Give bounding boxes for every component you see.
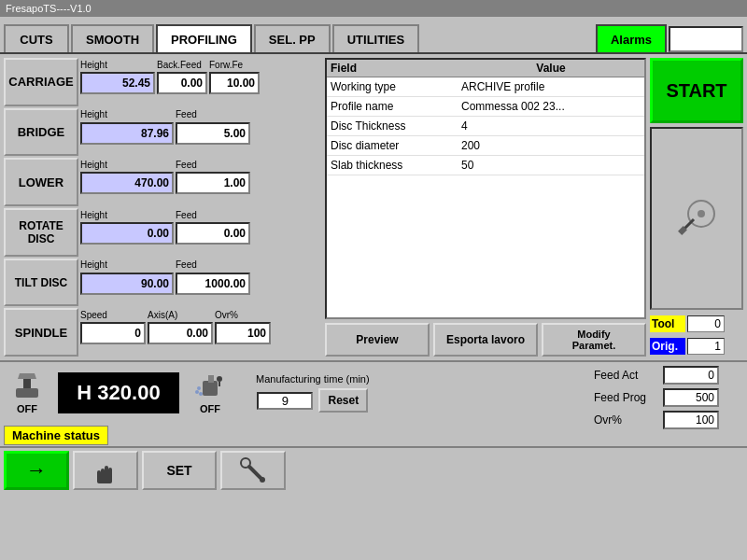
rotate-disc-feed-label: Feed xyxy=(176,210,250,220)
tool-value-input[interactable] xyxy=(687,315,725,332)
ovr-label: Ovr% xyxy=(594,413,659,427)
svg-point-13 xyxy=(199,392,203,396)
info-col-value-header: Value xyxy=(461,62,641,75)
spindle-speed-input[interactable] xyxy=(80,322,146,344)
rotate-disc-row: ROTATE DISC Height Feed xyxy=(4,208,321,257)
carriage-forwfe-input[interactable] xyxy=(209,72,260,94)
info-field-slab-thickness: Slab thickness xyxy=(331,159,461,172)
tab-bar: CUTS SMOOTH PROFILING SEL. PP UTILITIES … xyxy=(0,17,747,52)
carriage-fields: Height Back.Feed Forw.Fe xyxy=(80,58,321,106)
tab-sel-pp[interactable]: SEL. PP xyxy=(254,24,331,52)
feed-act-input[interactable] xyxy=(663,366,719,385)
bridge-inputs xyxy=(80,122,321,145)
tab-smooth[interactable]: SMOOTH xyxy=(71,24,154,52)
hand-icon xyxy=(91,455,120,485)
bridge-fields: Height Feed xyxy=(80,108,321,157)
carriage-field-labels: Height Back.Feed Forw.Fe xyxy=(80,58,321,71)
rotate-disc-height-label: Height xyxy=(80,210,174,220)
svg-point-11 xyxy=(197,386,201,390)
info-row-working-type: Working type ARCHIVE profile xyxy=(327,77,644,97)
spindle-ovr-input[interactable] xyxy=(215,322,271,344)
arrow-icon: → xyxy=(26,458,47,483)
svg-point-21 xyxy=(260,477,265,483)
tilt-disc-height-input[interactable] xyxy=(80,273,174,295)
carriage-height-input[interactable] xyxy=(80,72,155,94)
tool-icon xyxy=(673,195,720,242)
info-row-slab-thickness: Slab thickness 50 xyxy=(327,156,644,175)
tab-profiling[interactable]: PROFILING xyxy=(156,24,252,52)
alarm-input[interactable] xyxy=(669,26,743,52)
spindle-axisa-label: Axis(A) xyxy=(148,310,213,320)
reset-button[interactable]: Reset xyxy=(318,388,368,413)
info-value-disc-diameter: 200 xyxy=(461,139,641,152)
orig-value-input[interactable] xyxy=(687,338,725,355)
info-field-working-type: Working type xyxy=(331,80,461,93)
tilt-disc-field-labels: Height Feed xyxy=(80,259,321,272)
lower-height-input[interactable] xyxy=(80,172,174,194)
feed-act-row: Feed Act xyxy=(594,366,743,385)
ovr-input[interactable] xyxy=(663,411,719,429)
spray-off-label: OFF xyxy=(200,403,220,414)
info-buttons: Preview Esporta lavoro Modify Paramet. xyxy=(325,323,646,357)
h-display: H 320.00 xyxy=(58,372,179,413)
carriage-label: CARRIAGE xyxy=(4,58,78,106)
bridge-height-label: Height xyxy=(80,109,174,119)
axis-panel: CARRIAGE Height Back.Feed Forw.Fe BRIDGE xyxy=(4,58,321,357)
preview-button[interactable]: Preview xyxy=(325,323,430,357)
tab-utilities[interactable]: UTILITIES xyxy=(332,24,419,52)
info-value-profile-name: Commessa 002 23... xyxy=(461,100,641,113)
tilt-disc-feed-input[interactable] xyxy=(176,273,250,295)
info-row-disc-diameter: Disc diameter 200 xyxy=(327,136,644,156)
tilt-disc-row: TILT DISC Height Feed xyxy=(4,259,321,307)
tab-cuts[interactable]: CUTS xyxy=(4,24,69,52)
rotate-disc-feed-input[interactable] xyxy=(176,222,250,245)
info-table-header: Field Value xyxy=(327,60,644,77)
spindle-row: SPINDLE Speed Axis(A) Ovr% xyxy=(4,308,321,357)
info-table: Field Value Working type ARCHIVE profile… xyxy=(325,58,646,319)
carriage-backfeed-input[interactable] xyxy=(157,72,207,94)
spindle-axisa-input[interactable] xyxy=(148,322,213,344)
bridge-feed-input[interactable] xyxy=(176,122,250,145)
rotate-disc-inputs xyxy=(80,222,321,245)
info-value-slab-thickness: 50 xyxy=(461,159,641,172)
app-title: FresapoTS----V1.0 xyxy=(6,3,92,14)
hand-button[interactable] xyxy=(73,451,138,490)
tool-off-icon: OFF xyxy=(4,368,50,419)
tilt-disc-feed-label: Feed xyxy=(176,259,250,270)
start-button[interactable]: START xyxy=(650,58,743,123)
status-left: OFF H 320.00 OFF xyxy=(4,366,233,420)
set-button[interactable]: SET xyxy=(142,451,217,490)
feed-prog-row: Feed Prog xyxy=(594,388,743,407)
carriage-backfeed-label: Back.Feed xyxy=(157,60,207,70)
lower-field-labels: Height Feed xyxy=(80,158,321,171)
carriage-row: CARRIAGE Height Back.Feed Forw.Fe xyxy=(4,58,321,106)
bridge-height-input[interactable] xyxy=(80,122,174,145)
tab-alarms[interactable]: Alarms xyxy=(596,24,667,52)
tilt-disc-label: TILT DISC xyxy=(4,259,78,307)
carriage-height-label: Height xyxy=(80,60,155,70)
modify-paramet-button[interactable]: Modify Paramet. xyxy=(542,323,646,357)
bridge-row: BRIDGE Height Feed xyxy=(4,108,321,157)
feed-prog-input[interactable] xyxy=(663,388,719,407)
manuf-time-input[interactable] xyxy=(257,392,313,410)
arrow-button[interactable]: → xyxy=(4,451,69,490)
tilt-disc-fields: Height Feed xyxy=(80,259,321,307)
svg-rect-8 xyxy=(208,375,214,383)
rotate-disc-fields: Height Feed xyxy=(80,208,321,257)
esporta-lavoro-button[interactable]: Esporta lavoro xyxy=(433,323,538,357)
svg-point-9 xyxy=(217,376,222,382)
svg-point-12 xyxy=(195,390,199,394)
lower-inputs xyxy=(80,172,321,194)
carriage-forwfe-label: Forw.Fe xyxy=(209,60,260,70)
rotate-disc-height-input[interactable] xyxy=(80,222,174,245)
status-area: OFF H 320.00 OFF Manufacturing time (min… xyxy=(0,360,747,424)
wrench-button[interactable] xyxy=(220,451,286,490)
lower-feed-input[interactable] xyxy=(176,172,250,194)
bridge-field-labels: Height Feed xyxy=(80,108,321,121)
lower-label: LOWER xyxy=(4,158,78,206)
manuf-time: Manufacturing time (min) Reset xyxy=(256,366,370,420)
manuf-time-label: Manufacturing time (min) xyxy=(256,373,370,385)
tool-rows: Tool Orig. xyxy=(650,314,743,357)
info-field-disc-thickness: Disc Thickness xyxy=(331,119,461,133)
spindle-fields: Speed Axis(A) Ovr% xyxy=(80,308,321,357)
